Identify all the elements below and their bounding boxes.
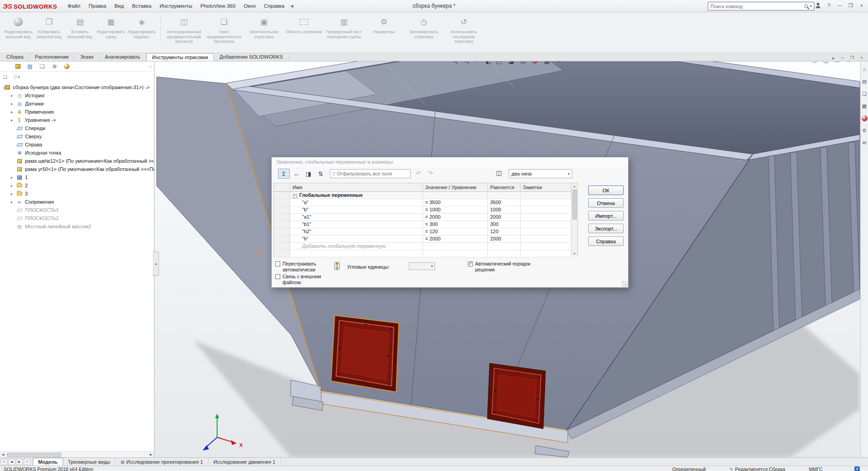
search-input[interactable] [710,4,804,9]
access-panel-right[interactable] [487,363,546,429]
name-cell[interactable]: "a" [290,199,423,206]
panel-pin-icon[interactable]: ❏ [1,73,9,80]
redo-icon[interactable]: ↷ [428,170,433,177]
table-vscrollbar[interactable]: ▴ ▾ [571,183,577,256]
edit-decal-button[interactable]: ◈Редактировать надпись [126,14,157,44]
tree-item[interactable]: ▸◎Датчики [0,100,154,108]
panel-collapse-handle[interactable]: ◂ [153,251,159,276]
help-button[interactable]: Справка [588,236,624,246]
ordered-view-icon[interactable]: ⇅ [315,169,327,179]
search-dropdown-icon[interactable]: ▾ [810,4,812,8]
tree-item[interactable]: рама уг50<1> (По умолчанию<Как обработан… [0,165,154,173]
table-group-row[interactable]: −Глобальные переменные [274,192,577,199]
link-file-checkbox-row[interactable]: Связь с внешним файлом: [275,274,332,285]
notes-cell[interactable] [521,206,570,213]
expand-arrow-icon[interactable]: ▸ [11,94,16,98]
menu-item[interactable]: Вставка [128,1,156,10]
name-cell[interactable]: "h2" [290,228,423,235]
column-header[interactable]: Имя [290,183,423,191]
ribbon-tab[interactable]: Сборка [1,53,30,61]
command-search[interactable]: ▾ [708,2,814,10]
ok-button[interactable]: ОК [588,185,624,195]
equation-cell[interactable]: = 300 [423,221,488,228]
tab-scroll-first-icon[interactable]: « [0,459,7,465]
tab-scroll-next-icon[interactable]: ▶ [16,459,23,465]
equation-row[interactable]: "a"= 35003500 [274,199,577,206]
access-panel-left[interactable] [331,316,399,392]
status-badge-icon[interactable]: ▾ [854,466,860,471]
tree-item[interactable]: ▸2 [0,181,154,190]
ribbon-tab[interactable]: Инструменты отрисовки [146,53,214,61]
scroll-down-icon[interactable]: ▾ [574,251,575,256]
menu-item[interactable]: Окно [239,1,260,10]
help-button[interactable]: ? [824,1,833,10]
panel-tab-dimxpertmanager[interactable]: ⊕ [50,62,59,70]
lighting-proof-sheet-button[interactable]: ▥Проверочный лист освещения сцены [324,14,364,44]
tree-item[interactable]: сборка бункера (два окна<Состояние отобр… [0,83,154,91]
pin-icon[interactable]: ➤ [289,2,296,10]
column-header[interactable]: Значение / Уравнение [423,183,488,191]
document-tab[interactable]: ▦Исследование проектирования 1 [115,458,208,466]
document-tab[interactable]: Модель [33,458,63,466]
scroll-up-icon[interactable]: ▴ [574,183,575,189]
dimension-view-icon[interactable]: ↔ [290,169,302,179]
equations-dialog[interactable]: Уравнения, глобальные переменные и разме… [271,157,629,288]
view-palette-button[interactable]: ▦ [861,103,868,109]
traffic-light-icon[interactable] [334,262,340,270]
name-cell[interactable]: "h" [290,236,423,242]
rebuild-checkbox-row[interactable]: Перестраивать автоматически [275,261,332,272]
tree-item[interactable]: ▸AПримечания [0,108,154,116]
document-tab[interactable]: Трехмерные виды [63,458,116,466]
notes-cell[interactable] [521,236,570,242]
equation-view-icon[interactable]: Σ [278,169,290,179]
doc-minimize-icon[interactable]: ─ [838,55,847,61]
expand-arrow-icon[interactable]: ▸ [11,175,16,180]
paste-appearance-button[interactable]: ▤Вставить внешний вид [64,14,95,44]
forum-button[interactable]: ✉ [861,140,868,146]
tree-item[interactable]: Спереди [0,124,154,132]
resize-grip[interactable] [622,281,628,287]
tree-item[interactable]: ПЛОСКОСТЬ2 [0,214,154,222]
filter-dropdown-icon[interactable]: ▾ [18,75,20,79]
column-header[interactable]: Заметки [521,183,570,191]
name-cell[interactable]: "b" [290,206,423,213]
file-explorer-button[interactable]: ❏ [861,90,868,97]
auto-order-checkbox-row[interactable]: Автоматический порядок решения [468,261,541,272]
scroll-thumb[interactable] [7,453,61,457]
tab-scroll-last-icon[interactable]: » [24,459,30,465]
auto-order-checkbox[interactable] [468,261,473,266]
design-library-button[interactable]: ▤ [861,78,868,85]
ribbon-tab[interactable]: Анализировать [99,53,146,61]
copy-appearance-button[interactable]: ❐Копировать внешний вид [34,14,64,44]
expand-arrow-icon[interactable]: ▸ [11,118,16,122]
doc-close-icon[interactable]: × [858,55,866,61]
menu-item[interactable]: Файл [64,1,84,10]
configuration-dropdown[interactable]: два окна ▾ [509,169,572,178]
minimize-button[interactable]: ─ [835,1,844,10]
name-cell[interactable]: "b1" [290,221,423,228]
integrated-preview-button[interactable]: ◫Интегрированный предварительный просмот… [164,14,204,44]
document-tab[interactable]: Исследование движения 1 [208,458,281,466]
equation-row[interactable]: "b"= 10001000 [274,206,577,214]
doc-restore-icon[interactable]: ❐ [848,55,856,61]
panel-expand-icon[interactable]: › [150,64,151,69]
menu-item[interactable]: Правка [84,1,110,10]
notes-cell[interactable] [521,221,570,228]
notes-cell[interactable] [521,228,570,235]
panel-options-icon[interactable]: ⊟ [1,84,9,91]
tab-scroll-prev-icon[interactable]: ◀ [8,459,15,465]
column-header[interactable]: Равняется [488,183,521,191]
tree-item[interactable]: Сверху [0,132,154,140]
ribbon-tab[interactable]: Эскиз [74,53,99,61]
schedule-render-button[interactable]: ◷Запланировать отрисовку [404,14,444,44]
filter-icon[interactable]: ▽ [14,75,17,80]
tree-item[interactable]: ПЛОСКОСТЬ1 [0,206,154,214]
render-region-button[interactable]: Область отрисовки [284,14,324,44]
angular-units-dropdown[interactable]: ▾ [409,262,435,270]
preview-window-button[interactable]: ❏Окно предварительного просмотра [204,14,244,44]
add-variable-row[interactable]: Добавить глобальную переменную [274,243,577,250]
export-button[interactable]: Экспорт... [588,224,624,233]
tree-item[interactable]: ⊕Исходная точка [0,149,154,157]
tree-item[interactable]: ▸1 [0,173,154,181]
solidworks-resources-button[interactable]: ⌂ [861,66,868,72]
